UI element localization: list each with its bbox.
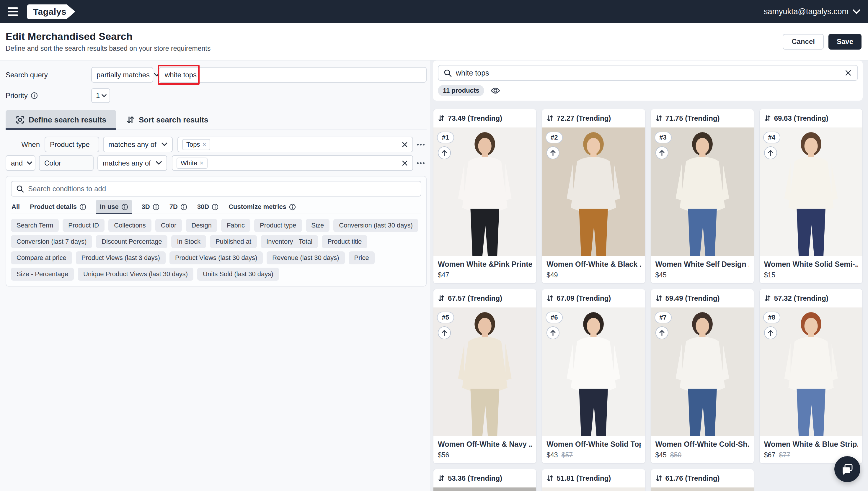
condition-more-icon[interactable] xyxy=(415,143,427,146)
product-card[interactable]: 67.09 (Trending) #6 xyxy=(542,289,645,464)
product-card[interactable]: 71.75 (Trending) #3 xyxy=(651,109,754,284)
info-icon[interactable] xyxy=(289,204,296,210)
condition-values[interactable]: Tops × xyxy=(177,137,413,152)
menu-icon[interactable] xyxy=(8,7,20,17)
condition-chip[interactable]: Product ID xyxy=(63,219,105,232)
preview-eye-icon[interactable] xyxy=(491,87,500,94)
product-title[interactable]: Women White &Pink Printe... xyxy=(438,260,532,268)
condition-field[interactable]: Color xyxy=(39,155,93,171)
pin-to-top-button[interactable] xyxy=(547,146,559,159)
condition-field[interactable]: Product type xyxy=(45,137,99,152)
pin-to-top-button[interactable] xyxy=(655,146,668,159)
condition-chip[interactable]: Color xyxy=(155,219,182,232)
match-type-select[interactable]: partially matches xyxy=(91,67,153,83)
condition-category-tab[interactable]: Product details xyxy=(29,200,87,214)
info-icon[interactable] xyxy=(212,204,219,210)
condition-search-input[interactable] xyxy=(28,185,416,193)
product-card[interactable]: 69.63 (Trending) #4 xyxy=(759,109,863,284)
remove-value-icon[interactable]: × xyxy=(200,159,203,167)
product-photo-placeholder xyxy=(760,308,862,436)
condition-chip[interactable]: Product Views (last 30 days) xyxy=(169,252,263,264)
product-title[interactable]: Women White Self Design ... xyxy=(655,260,749,268)
info-icon[interactable] xyxy=(79,204,86,210)
info-icon[interactable] xyxy=(31,92,38,99)
info-icon[interactable] xyxy=(121,204,128,210)
search-query-input[interactable]: white tops xyxy=(159,67,427,83)
condition-chip[interactable]: Units Sold (last 30 days) xyxy=(197,268,279,281)
condition-chip[interactable]: Discount Percentage xyxy=(96,235,167,248)
product-card[interactable]: 72.27 (Trending) #2 xyxy=(542,109,645,284)
condition-chip[interactable]: Collections xyxy=(108,219,151,232)
product-card[interactable]: 53.36 (Trending) #9 xyxy=(433,469,536,491)
condition-category-tab[interactable]: In use xyxy=(96,200,132,214)
product-price: $67 xyxy=(764,451,775,459)
pin-to-top-button[interactable] xyxy=(764,146,777,159)
product-price: $56 xyxy=(438,451,449,459)
condition-chip[interactable]: Price xyxy=(349,252,375,264)
condition-chip[interactable]: Compare at price xyxy=(11,252,72,264)
tagalys-logo[interactable]: Tagalys xyxy=(27,4,75,19)
pin-to-top-button[interactable] xyxy=(764,326,777,339)
product-card[interactable]: 51.81 (Trending) #10 xyxy=(542,469,645,491)
condition-category-tab[interactable]: All xyxy=(11,200,20,214)
condition-chip[interactable]: Design xyxy=(186,219,217,232)
priority-select[interactable]: 1 xyxy=(91,88,110,103)
condition-chip[interactable]: Unique Product Views (last 30 days) xyxy=(78,268,193,281)
condition-chip[interactable]: Size xyxy=(306,219,330,232)
info-icon[interactable] xyxy=(152,204,160,210)
condition-chip[interactable]: Conversion (last 7 days) xyxy=(11,235,92,248)
results-search-input[interactable] xyxy=(456,69,840,77)
remove-value-icon[interactable]: × xyxy=(202,141,206,148)
condition-chip[interactable]: In Stock xyxy=(171,235,206,248)
condition-chip[interactable]: Product type xyxy=(254,219,302,232)
condition-chip[interactable]: Published at xyxy=(210,235,257,248)
product-card[interactable]: 67.57 (Trending) #5 xyxy=(433,289,536,464)
sort-metric-icon xyxy=(655,475,663,482)
condition-operator-select[interactable]: matches any of xyxy=(97,155,167,171)
condition-chip[interactable]: Conversion (last 30 days) xyxy=(333,219,418,232)
product-card[interactable]: 73.49 (Trending) #1 xyxy=(433,109,536,284)
logic-operator-select[interactable]: and xyxy=(6,155,35,171)
account-menu[interactable]: samyukta@tagalys.com xyxy=(764,7,860,16)
condition-chip[interactable]: Size - Percentage xyxy=(11,268,74,281)
condition-chip[interactable]: Revenue (last 30 days) xyxy=(267,252,344,264)
product-title[interactable]: Women White Solid Semi-... xyxy=(764,260,858,268)
condition-operator-select[interactable]: matches any of xyxy=(103,137,173,152)
condition-category-tab[interactable]: Customize metrics xyxy=(228,200,297,214)
pin-to-top-button[interactable] xyxy=(547,326,559,339)
condition-values[interactable]: White × xyxy=(172,155,413,171)
condition-chip[interactable]: Inventory - Total xyxy=(261,235,318,248)
product-title[interactable]: Women Off-White & Black ... xyxy=(547,260,640,268)
save-button[interactable]: Save xyxy=(829,34,862,50)
pin-to-top-button[interactable] xyxy=(438,146,451,159)
condition-category-tab[interactable]: 3D xyxy=(141,200,160,214)
condition-more-icon[interactable] xyxy=(415,162,427,165)
product-title[interactable]: Women Off-White Solid Top xyxy=(547,440,640,449)
product-title[interactable]: Women White & Blue Strip... xyxy=(764,440,858,449)
product-card[interactable]: 61.76 (Trending) #11 xyxy=(651,469,754,491)
condition-category-tab[interactable]: 7D xyxy=(169,200,188,214)
clear-condition-icon[interactable] xyxy=(401,141,408,148)
condition-chip[interactable]: Search Term xyxy=(11,219,59,232)
tab-define-search-results[interactable]: Define search results xyxy=(6,110,116,129)
pin-to-top-button[interactable] xyxy=(438,326,451,339)
tab-sort-search-results[interactable]: Sort search results xyxy=(116,110,219,129)
clear-condition-icon[interactable] xyxy=(401,160,408,167)
condition-chip[interactable]: Product title xyxy=(322,235,367,248)
condition-chip[interactable]: Product Views (last 3 days) xyxy=(76,252,166,264)
product-card[interactable]: 57.32 (Trending) #8 xyxy=(759,289,863,464)
product-title[interactable]: Women Off-White Cold-Sh... xyxy=(655,440,749,449)
product-old-price: $50 xyxy=(670,451,681,459)
product-card[interactable]: 59.49 (Trending) #7 xyxy=(651,289,754,464)
product-image: #1 xyxy=(433,127,536,256)
results-search[interactable] xyxy=(438,65,858,81)
pin-to-top-button[interactable] xyxy=(655,326,668,339)
condition-chip[interactable]: Fabric xyxy=(221,219,250,232)
chat-widget-button[interactable] xyxy=(834,456,860,482)
condition-search[interactable] xyxy=(11,181,421,197)
info-icon[interactable] xyxy=(180,204,187,210)
condition-category-tab[interactable]: 30D xyxy=(197,200,219,214)
cancel-button[interactable]: Cancel xyxy=(783,34,824,50)
product-title[interactable]: Women Off-White & Navy ... xyxy=(438,440,532,449)
clear-search-icon[interactable] xyxy=(844,69,852,77)
